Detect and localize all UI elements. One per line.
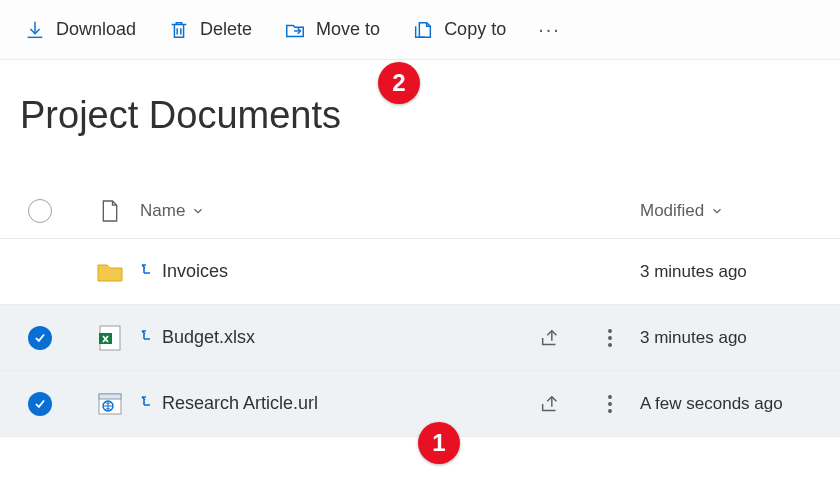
download-button[interactable]: Download (10, 13, 150, 47)
file-name-text: Invoices (162, 261, 228, 282)
file-list: Name Modified Invoices3 minutes agoBudge… (0, 183, 840, 437)
file-name[interactable]: Budget.xlsx (140, 327, 520, 348)
modified-column-label: Modified (640, 201, 704, 221)
row-checkbox[interactable] (0, 326, 80, 350)
command-toolbar: Download Delete Move to Copy to ··· (0, 0, 840, 60)
page-title: Project Documents (0, 60, 840, 165)
table-row[interactable]: Research Article.urlA few seconds ago (0, 371, 840, 437)
type-column-icon (80, 199, 140, 223)
row-more-button[interactable] (580, 329, 640, 347)
move-to-button[interactable]: Move to (270, 13, 394, 47)
more-commands-button[interactable]: ··· (524, 12, 575, 47)
share-button[interactable] (520, 327, 580, 349)
delete-button[interactable]: Delete (154, 13, 266, 47)
list-header-row: Name Modified (0, 183, 840, 239)
table-row[interactable]: Invoices3 minutes ago (0, 239, 840, 305)
xlsx-icon (80, 324, 140, 352)
select-all-checkbox[interactable] (0, 199, 80, 223)
copy-to-button[interactable]: Copy to (398, 13, 520, 47)
new-indicator-icon (140, 261, 156, 282)
chevron-down-icon (191, 204, 205, 218)
modified-column-header[interactable]: Modified (640, 201, 840, 221)
row-more-button[interactable] (580, 395, 640, 413)
folder-icon (80, 261, 140, 283)
name-column-label: Name (140, 201, 185, 221)
name-column-header[interactable]: Name (140, 201, 520, 221)
file-name-text: Budget.xlsx (162, 327, 255, 348)
annotation-badge-1: 1 (418, 422, 460, 464)
svg-rect-3 (99, 394, 121, 399)
trash-icon (168, 19, 190, 41)
modified-value: 3 minutes ago (640, 262, 840, 282)
delete-label: Delete (200, 19, 252, 40)
copy-to-label: Copy to (444, 19, 506, 40)
file-name-text: Research Article.url (162, 393, 318, 414)
table-row[interactable]: Budget.xlsx3 minutes ago (0, 305, 840, 371)
modified-value: A few seconds ago (640, 394, 840, 414)
modified-value: 3 minutes ago (640, 328, 840, 348)
move-to-label: Move to (316, 19, 380, 40)
copy-to-icon (412, 19, 434, 41)
file-name[interactable]: Research Article.url (140, 393, 520, 414)
url-icon (80, 392, 140, 416)
annotation-badge-2: 2 (378, 62, 420, 104)
download-icon (24, 19, 46, 41)
file-name[interactable]: Invoices (140, 261, 520, 282)
share-button[interactable] (520, 393, 580, 415)
move-to-icon (284, 19, 306, 41)
new-indicator-icon (140, 327, 156, 348)
chevron-down-icon (710, 204, 724, 218)
download-label: Download (56, 19, 136, 40)
new-indicator-icon (140, 393, 156, 414)
row-checkbox[interactable] (0, 392, 80, 416)
